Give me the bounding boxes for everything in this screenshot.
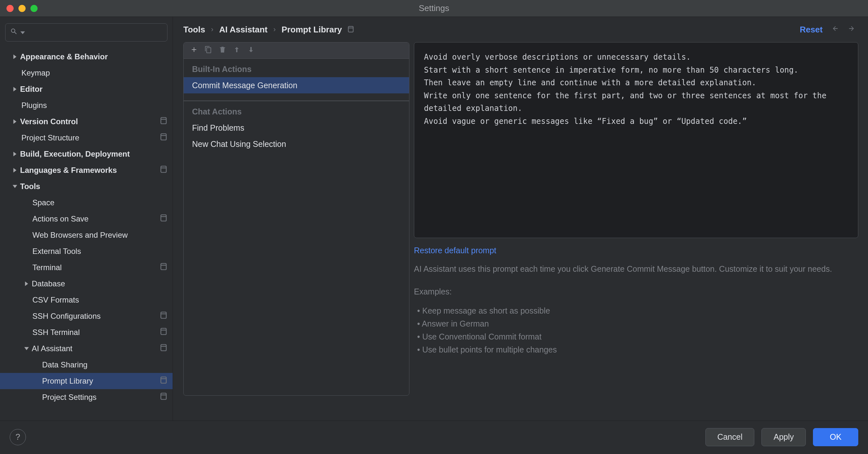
svg-rect-12: [161, 328, 166, 334]
search-container: [0, 23, 173, 49]
search-input[interactable]: [5, 23, 167, 41]
tree-ssh-terminal[interactable]: SSH Terminal: [0, 324, 173, 341]
tree-build-execution-deployment[interactable]: Build, Execution, Deployment: [0, 146, 173, 162]
examples-label: Examples:: [414, 287, 858, 296]
move-down-icon[interactable]: [247, 46, 255, 55]
example-item: Answer in German: [417, 317, 858, 330]
example-item: Use Conventional Commit format: [417, 330, 858, 343]
example-item: Use bullet points for multiple changes: [417, 343, 858, 356]
action-list-column: Built-In Actions Commit Message Generati…: [183, 42, 409, 421]
tree-appearance-behavior[interactable]: Appearance & Behavior: [0, 49, 173, 65]
crumb-tools[interactable]: Tools: [183, 25, 205, 35]
nav-back-icon[interactable]: [832, 25, 839, 34]
tree-languages-frameworks[interactable]: Languages & Frameworks: [0, 162, 173, 178]
project-settings-icon: [160, 263, 167, 272]
tree-web-browsers[interactable]: Web Browsers and Preview: [0, 227, 173, 243]
tree-tools[interactable]: Tools: [0, 178, 173, 195]
examples-list: Keep message as short as possible Answer…: [414, 304, 858, 356]
chevron-right-icon: [10, 168, 20, 172]
action-new-chat-using-selection[interactable]: New Chat Using Selection: [184, 136, 409, 152]
project-settings-icon: [160, 328, 167, 337]
settings-sidebar: Appearance & Behavior Keymap Editor Plug…: [0, 17, 173, 421]
restore-default-prompt-link[interactable]: Restore default prompt: [414, 246, 496, 255]
svg-rect-16: [161, 377, 166, 383]
prompt-textarea[interactable]: Avoid overly verbose descriptions or unn…: [414, 42, 858, 238]
project-settings-icon: [160, 215, 167, 223]
move-up-icon[interactable]: [233, 46, 241, 55]
action-toolbar: [184, 42, 409, 59]
prompt-editor-column: Avoid overly verbose descriptions or unn…: [414, 42, 868, 421]
footer-buttons: Cancel Apply OK: [705, 428, 858, 446]
tree-actions-on-save[interactable]: Actions on Save: [0, 211, 173, 227]
add-icon[interactable]: [190, 46, 198, 55]
group-chat-header: Chat Actions: [184, 101, 409, 120]
content-panel: Tools › AI Assistant › Prompt Library Re…: [173, 17, 868, 421]
svg-rect-4: [161, 166, 166, 172]
tree-version-control[interactable]: Version Control: [0, 113, 173, 130]
tree-data-sharing[interactable]: Data Sharing: [0, 357, 173, 373]
chevron-right-icon: ›: [211, 25, 213, 34]
tree-ai-assistant[interactable]: AI Assistant: [0, 341, 173, 357]
action-label: Commit Message Generation: [192, 81, 297, 90]
breadcrumb: Tools › AI Assistant › Prompt Library: [183, 25, 354, 35]
tree-editor[interactable]: Editor: [0, 81, 173, 97]
project-settings-icon: [160, 133, 167, 142]
delete-icon[interactable]: [219, 46, 226, 55]
help-button[interactable]: ?: [10, 429, 26, 445]
close-window-button[interactable]: [6, 5, 13, 12]
tree-plugins[interactable]: Plugins: [0, 97, 173, 113]
action-commit-message-generation[interactable]: Commit Message Generation: [184, 77, 409, 93]
chevron-down-icon: [21, 346, 32, 351]
tree-prompt-library[interactable]: Prompt Library: [0, 373, 173, 389]
crumb-prompt-library: Prompt Library: [281, 25, 342, 35]
svg-rect-14: [161, 344, 166, 350]
minimize-window-button[interactable]: [19, 5, 26, 12]
chevron-right-icon: ›: [273, 25, 276, 34]
svg-rect-20: [348, 26, 353, 32]
chevron-down-icon: [21, 28, 25, 37]
tree-ssh-configurations[interactable]: SSH Configurations: [0, 308, 173, 324]
chevron-right-icon: [10, 87, 20, 91]
tree-project-settings[interactable]: Project Settings: [0, 389, 173, 405]
chevron-right-icon: [10, 55, 20, 59]
cancel-button[interactable]: Cancel: [705, 428, 755, 446]
example-item: Keep message as short as possible: [417, 304, 858, 317]
project-settings-icon: [160, 166, 167, 175]
group-builtin-header: Built-In Actions: [184, 59, 409, 77]
action-label: New Chat Using Selection: [192, 139, 286, 149]
window-title: Settings: [419, 3, 449, 13]
svg-rect-0: [161, 117, 166, 123]
tree-external-tools[interactable]: External Tools: [0, 243, 173, 259]
tree-csv-formats[interactable]: CSV Formats: [0, 292, 173, 308]
svg-rect-8: [161, 263, 166, 269]
main-layout: Appearance & Behavior Keymap Editor Plug…: [0, 17, 868, 421]
tree-space[interactable]: Space: [0, 195, 173, 211]
chevron-right-icon: [10, 152, 20, 156]
search-field[interactable]: [28, 28, 163, 37]
apply-button[interactable]: Apply: [762, 428, 806, 446]
project-settings-icon: [160, 376, 167, 386]
tree-terminal[interactable]: Terminal: [0, 259, 173, 276]
action-label: Find Problems: [192, 123, 244, 133]
search-icon: [10, 28, 18, 37]
project-settings-icon: [160, 117, 167, 126]
action-panel: Built-In Actions Commit Message Generati…: [183, 42, 409, 396]
maximize-window-button[interactable]: [30, 5, 37, 12]
tree-database[interactable]: Database: [0, 276, 173, 292]
ok-button[interactable]: OK: [813, 428, 858, 446]
action-find-problems[interactable]: Find Problems: [184, 120, 409, 136]
settings-tree: Appearance & Behavior Keymap Editor Plug…: [0, 49, 173, 405]
project-settings-icon: [160, 344, 167, 353]
project-settings-icon: [160, 393, 167, 402]
copy-icon[interactable]: [205, 46, 212, 55]
window-controls: [0, 5, 37, 12]
nav-forward-icon[interactable]: [848, 25, 855, 34]
tree-keymap[interactable]: Keymap: [0, 65, 173, 81]
crumb-ai-assistant[interactable]: AI Assistant: [219, 25, 268, 35]
svg-rect-2: [161, 134, 166, 140]
svg-rect-10: [161, 312, 166, 318]
chevron-right-icon: [21, 282, 32, 286]
footer: ? Cancel Apply OK: [0, 421, 868, 453]
tree-project-structure[interactable]: Project Structure: [0, 130, 173, 146]
reset-link[interactable]: Reset: [800, 25, 823, 35]
